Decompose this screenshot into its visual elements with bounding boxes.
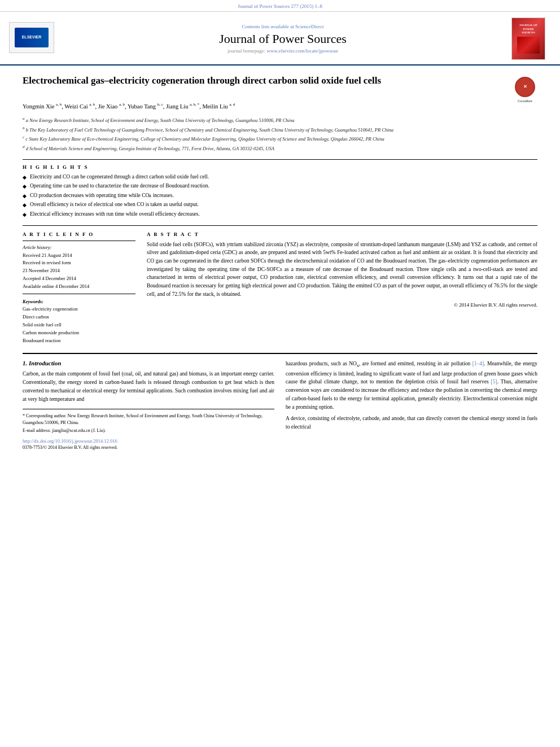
- bullet-3: ◆: [23, 193, 27, 200]
- article-info-column: A R T I C L E I N F O Article history: R…: [23, 231, 135, 346]
- bullet-2: ◆: [23, 183, 27, 190]
- affiliation-d: d d School of Materials Science and Engi…: [23, 144, 537, 152]
- highlight-1: ◆ Electricity and CO can be cogenerated …: [23, 173, 537, 181]
- keyword-2: Direct carbon: [23, 314, 135, 321]
- abstract-copyright: © 2014 Elsevier B.V. All rights reserved…: [147, 302, 537, 308]
- article-info-label: A R T I C L E I N F O: [23, 231, 135, 237]
- highlights-section: H I G H L I G H T S ◆ Electricity and CO…: [23, 164, 537, 219]
- introduction-col-1: 1. Introduction Carbon, as the main comp…: [23, 360, 274, 450]
- bullet-1: ◆: [23, 174, 27, 181]
- journal-title: Journal of Power Sources: [60, 32, 506, 46]
- issn-section: 0378-7753/© 2014 Elsevier B.V. All right…: [23, 445, 274, 450]
- body-divider: [23, 353, 537, 354]
- affiliations: a a New Energy Research Institute, Schoo…: [23, 116, 537, 152]
- keyword-5: Boudouard reaction: [23, 338, 135, 344]
- history-accepted: Accepted 4 December 2014: [23, 276, 135, 282]
- crossmark-badge[interactable]: ✕ CrossMark: [515, 77, 535, 97]
- keyword-4: Carbon monoxide production: [23, 330, 135, 337]
- history-online: Available online 4 December 2014: [23, 283, 135, 290]
- journal-header-left: ELSEVIER: [9, 22, 60, 55]
- abstract-label: A B S T R A C T: [147, 231, 537, 237]
- highlight-5: ◆ Electrical efficiency increases with r…: [23, 211, 537, 219]
- history-revised-label: Received in revised form: [23, 260, 135, 267]
- highlight-4: ◆ Overall efficiency is twice of electri…: [23, 201, 537, 209]
- bullet-4: ◆: [23, 202, 27, 209]
- journal-header-center: Contents lists available at ScienceDirec…: [60, 24, 506, 54]
- crossmark-section: ✕ CrossMark: [515, 75, 537, 97]
- article-title: Electrochemical gas–electricity cogenera…: [23, 75, 509, 97]
- footnotes: * Corresponding author. New Energy Resea…: [23, 409, 274, 434]
- journal-homepage: journal homepage: www.elsevier.com/locat…: [60, 48, 506, 54]
- keyword-3: Solid oxide fuel cell: [23, 322, 135, 329]
- journal-header: ELSEVIER Contents lists available at Sci…: [0, 12, 560, 65]
- authors-line: Yongmin Xie a, b, Weizi Cai a, b, Jie Xi…: [23, 102, 537, 111]
- history-received: Received 21 August 2014: [23, 252, 135, 259]
- footnote-corresponding: * Corresponding author. New Energy Resea…: [23, 413, 274, 426]
- journal-reference-bar: Journal of Power Sources 277 (2015) 1–8: [0, 0, 560, 12]
- keyword-1: Gas–electricity cogeneration: [23, 306, 135, 313]
- main-content: Electrochemical gas–electricity cogenera…: [0, 65, 560, 459]
- highlight-2: ◆ Operating time can be used to characte…: [23, 182, 537, 190]
- abstract-column: A B S T R A C T Solid oxide fuel cells (…: [147, 231, 537, 346]
- article-history: Article history: Received 21 August 2014…: [23, 244, 135, 290]
- divider-abstract: [23, 225, 537, 226]
- history-label: Article history:: [23, 244, 135, 250]
- affiliation-a: a a New Energy Research Institute, Schoo…: [23, 116, 537, 124]
- journal-homepage-link[interactable]: www.elsevier.com/locate/jpowsour: [267, 48, 338, 54]
- affiliation-c: c c State Key Laboratory Base of Eco-che…: [23, 134, 537, 143]
- highlights-label: H I G H L I G H T S: [23, 164, 537, 170]
- introduction-text-col1: Carbon, as the main component of fossil …: [23, 370, 274, 403]
- introduction-text-col2: hazardous products, such as NOx, are for…: [286, 360, 537, 431]
- footnote-email: E-mail address: jiangliu@scut.edu.cn (J.…: [23, 427, 274, 434]
- journal-header-right: JOURNAL OFPOWERSOURCES: [506, 18, 551, 60]
- article-info-abstract: A R T I C L E I N F O Article history: R…: [23, 231, 537, 346]
- divider-highlights: [23, 159, 537, 160]
- history-revised-date: 23 November 2014: [23, 268, 135, 274]
- journal-reference-text: Journal of Power Sources 277 (2015) 1–8: [238, 3, 322, 9]
- journal-cover-image: JOURNAL OFPOWERSOURCES: [511, 18, 545, 60]
- ref-1-4[interactable]: [1–4]: [473, 361, 484, 366]
- keywords-label: Keywords:: [23, 299, 135, 304]
- sciencedirect-availability: Contents lists available at ScienceDirec…: [60, 24, 506, 29]
- ref-5[interactable]: [5]: [491, 379, 497, 385]
- article-title-section: Electrochemical gas–electricity cogenera…: [23, 75, 537, 97]
- affiliation-b: b b The Key Laboratory of Fuel Cell Tech…: [23, 125, 537, 134]
- elsevier-header-logo: ELSEVIER: [9, 22, 54, 53]
- page: Journal of Power Sources 277 (2015) 1–8 …: [0, 0, 560, 459]
- doi-section: http://dx.doi.org/10.1016/j.jpowsour.201…: [23, 438, 274, 444]
- keywords-section: Keywords: Gas–electricity cogeneration D…: [23, 299, 135, 344]
- doi-link[interactable]: http://dx.doi.org/10.1016/j.jpowsour.201…: [23, 438, 117, 444]
- bullet-5: ◆: [23, 211, 27, 219]
- highlight-3: ◆ CO production decreases with operating…: [23, 192, 537, 200]
- abstract-section: A B S T R A C T Solid oxide fuel cells (…: [147, 231, 537, 308]
- introduction-col-2: hazardous products, such as NOx, are for…: [286, 360, 537, 450]
- abstract-text: Solid oxide fuel cells (SOFCs), with ytt…: [147, 241, 537, 299]
- crossmark-label: CrossMark: [518, 99, 532, 103]
- introduction-section: 1. Introduction Carbon, as the main comp…: [23, 360, 537, 450]
- introduction-heading: 1. Introduction: [23, 360, 274, 366]
